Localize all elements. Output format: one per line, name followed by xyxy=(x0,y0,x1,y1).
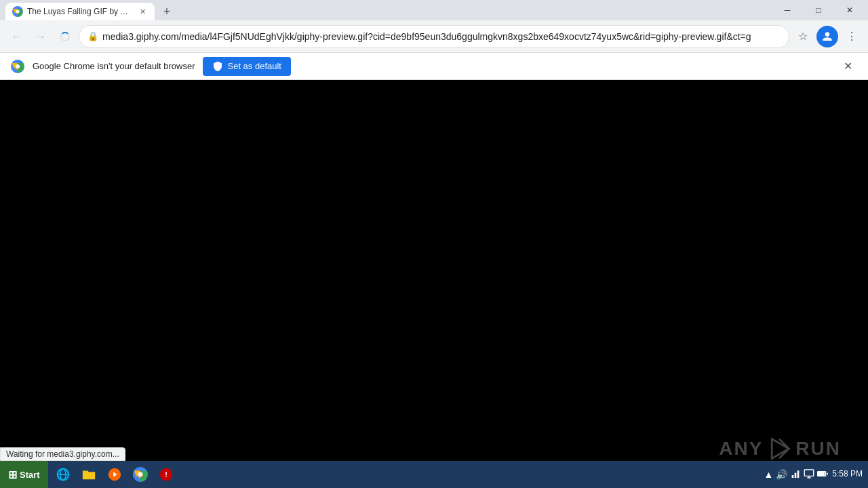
show-hidden-tray-button[interactable]: ▲ xyxy=(764,469,773,480)
svg-marker-4 xyxy=(772,439,789,459)
info-bar-close-button[interactable]: ✕ xyxy=(838,57,857,76)
taskbar: ⊞ Start xyxy=(0,461,868,488)
url-text: media3.giphy.com/media/l4FGjf5NUdEghVjkk… xyxy=(102,31,781,42)
antivirus-icon: ! xyxy=(159,467,174,482)
back-button[interactable]: ← xyxy=(5,26,27,47)
minimize-button[interactable]: ─ xyxy=(772,0,803,20)
ie-icon xyxy=(56,467,71,482)
network-tray-button[interactable] xyxy=(790,468,801,481)
volume-tray-button[interactable]: 🔊 xyxy=(776,469,787,480)
lock-icon: 🔒 xyxy=(87,31,98,41)
info-bar: Google Chrome isn't your default browser… xyxy=(0,53,868,80)
battery-tray-icon xyxy=(817,468,828,481)
display-tray-icon xyxy=(804,468,814,481)
navigation-bar: ← → 🔒 media3.giphy.com/media/l4FGjf5NUdE… xyxy=(0,20,868,53)
anyrun-watermark: ANY RUN xyxy=(719,436,841,461)
taskbar-ie-button[interactable] xyxy=(51,462,75,487)
anyrun-text-run: RUN xyxy=(795,438,841,460)
active-tab[interactable]: The Luyas Falling GIF by Amanda Bo ✕ xyxy=(5,3,155,20)
forward-button[interactable]: → xyxy=(30,26,52,47)
maximize-button[interactable]: □ xyxy=(803,0,834,20)
new-tab-button[interactable]: + xyxy=(157,2,176,21)
anyrun-play-icon xyxy=(767,436,791,461)
svg-point-13 xyxy=(138,472,142,477)
network-icon xyxy=(790,468,801,479)
svg-rect-17 xyxy=(795,472,797,477)
set-default-label: Set as default xyxy=(227,61,281,71)
svg-rect-19 xyxy=(805,470,814,476)
taskbar-folder-button[interactable] xyxy=(77,462,101,487)
svg-rect-24 xyxy=(818,472,825,475)
status-text: Waiting for media3.giphy.com... xyxy=(6,449,119,459)
svg-point-1 xyxy=(16,10,20,14)
anyrun-text-any: ANY xyxy=(719,438,763,460)
battery-icon xyxy=(817,468,828,479)
title-bar: The Luyas Falling GIF by Amanda Bo ✕ + ─… xyxy=(0,0,868,20)
chrome-taskbar-icon xyxy=(133,467,148,482)
info-message: Google Chrome isn't your default browser xyxy=(33,61,195,71)
media-player-icon xyxy=(107,467,122,482)
reload-stop-button[interactable] xyxy=(54,26,76,47)
profile-button[interactable] xyxy=(816,26,838,47)
taskbar-media-player-button[interactable] xyxy=(102,462,127,487)
address-bar[interactable]: 🔒 media3.giphy.com/media/l4FGjf5NUdEghVj… xyxy=(79,25,789,48)
loading-spinner xyxy=(60,32,70,41)
svg-rect-18 xyxy=(797,470,800,478)
windows-logo-icon: ⊞ xyxy=(8,468,17,481)
person-icon xyxy=(822,31,833,42)
close-button[interactable]: ✕ xyxy=(834,0,865,20)
window-controls: ─ □ ✕ xyxy=(769,0,868,20)
taskbar-items: ! xyxy=(48,462,759,487)
svg-rect-16 xyxy=(792,475,794,478)
system-tray: ▲ 🔊 xyxy=(764,468,828,481)
bookmark-button[interactable]: ☆ xyxy=(792,26,814,47)
browser-window: The Luyas Falling GIF by Amanda Bo ✕ + ─… xyxy=(0,0,868,488)
tab-close-button[interactable]: ✕ xyxy=(137,6,148,17)
set-default-button[interactable]: Set as default xyxy=(203,57,291,76)
main-content: ANY RUN Waiting for media3.giphy.com... xyxy=(0,80,868,488)
taskbar-antivirus-button[interactable]: ! xyxy=(154,462,178,487)
chrome-logo-icon xyxy=(11,60,24,73)
tab-favicon xyxy=(12,6,23,17)
start-label: Start xyxy=(20,470,40,480)
folder-icon xyxy=(81,467,96,482)
monitor-icon xyxy=(804,468,814,479)
shield-icon xyxy=(212,61,223,72)
start-button[interactable]: ⊞ Start xyxy=(0,461,48,488)
tabs-area: The Luyas Falling GIF by Amanda Bo ✕ + xyxy=(0,0,769,20)
clock-time: 5:58 PM xyxy=(832,469,863,480)
taskbar-right: ▲ 🔊 xyxy=(758,468,868,481)
menu-button[interactable]: ⋮ xyxy=(841,26,863,47)
svg-point-3 xyxy=(16,64,20,68)
svg-text:!: ! xyxy=(165,470,167,479)
system-clock[interactable]: 5:58 PM xyxy=(832,469,863,480)
status-bar: Waiting for media3.giphy.com... xyxy=(0,447,125,461)
tab-title: The Luyas Falling GIF by Amanda Bo xyxy=(27,7,133,16)
taskbar-chrome-button[interactable] xyxy=(128,462,153,487)
